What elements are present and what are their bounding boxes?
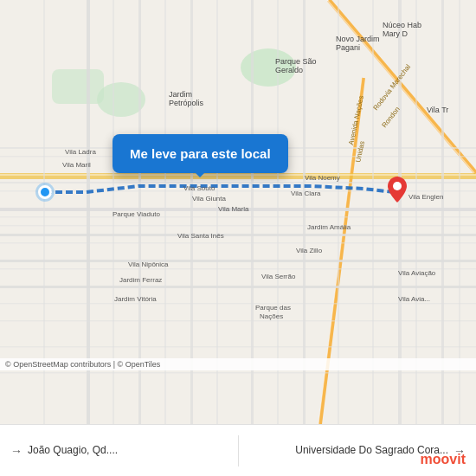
svg-rect-26 — [0, 225, 476, 227]
moovit-logo: moovit — [421, 452, 466, 467]
svg-text:Jardim: Jardim — [169, 90, 192, 99]
svg-text:Jardim Vitória: Jardim Vitória — [114, 295, 157, 303]
svg-rect-13 — [0, 286, 476, 288]
svg-text:Núceo Hab: Núceo Hab — [383, 21, 421, 29]
current-location-dot — [38, 185, 52, 199]
svg-rect-27 — [0, 242, 476, 244]
svg-text:Vila Marla: Vila Marla — [218, 205, 249, 213]
svg-rect-11 — [0, 234, 476, 236]
svg-text:Parque Viaduto: Parque Viaduto — [113, 210, 161, 218]
origin-item[interactable]: → João Quagio, Qd.... — [10, 444, 238, 458]
svg-text:Geraldo: Geraldo — [275, 66, 303, 74]
svg-text:Vila Souto: Vila Souto — [183, 184, 215, 192]
svg-rect-12 — [0, 260, 476, 262]
svg-rect-32 — [0, 372, 476, 374]
svg-rect-29 — [0, 303, 476, 305]
svg-text:Vila Giunta: Vila Giunta — [192, 195, 227, 203]
popup-text: Me leve para este local — [130, 146, 271, 161]
svg-text:Vila Santa Inês: Vila Santa Inês — [177, 232, 224, 240]
svg-text:Vila Tr: Vila Tr — [427, 106, 448, 114]
svg-text:Vila Aviação: Vila Aviação — [398, 269, 436, 277]
svg-text:Vila Englen: Vila Englen — [408, 193, 443, 201]
origin-arrow-icon: → — [10, 444, 23, 458]
svg-text:Parque das: Parque das — [255, 304, 291, 312]
navigation-popup[interactable]: Me leve para este local — [113, 134, 288, 173]
moovit-brand-text: moovit — [421, 452, 466, 467]
svg-text:Vila Noemy: Vila Noemy — [305, 174, 340, 182]
map-container: Núceo Hab Mary D Novo Jardim Pagani Parq… — [0, 0, 476, 424]
svg-text:Petrópolis: Petrópolis — [169, 99, 204, 107]
svg-point-2 — [97, 82, 145, 117]
origin-label: João Quagio, Qd.... — [28, 444, 118, 456]
svg-text:Mary D: Mary D — [383, 29, 408, 38]
svg-rect-30 — [0, 320, 476, 322]
svg-text:Vila Ladra: Vila Ladra — [65, 148, 96, 156]
svg-text:Jardim Amália: Jardim Amália — [307, 223, 351, 231]
svg-text:Vila Serrão: Vila Serrão — [261, 273, 296, 280]
svg-text:Vila Maril: Vila Maril — [62, 161, 91, 169]
svg-text:Jardim Ferraz: Jardim Ferraz — [119, 276, 162, 284]
svg-text:Novo Jardim: Novo Jardim — [336, 35, 380, 43]
svg-text:Parque São: Parque São — [275, 57, 317, 66]
svg-text:Nações: Nações — [260, 312, 283, 320]
svg-rect-25 — [0, 216, 476, 218]
svg-point-76 — [393, 182, 402, 190]
map-attribution: © OpenStreetMap contributors | © OpenTil… — [0, 358, 476, 370]
svg-text:Vila Clara: Vila Clara — [291, 190, 321, 197]
svg-rect-3 — [52, 69, 104, 104]
svg-text:Vila Avia...: Vila Avia... — [398, 295, 430, 303]
svg-rect-31 — [0, 346, 476, 348]
svg-text:Pagani: Pagani — [336, 43, 360, 52]
svg-text:Vila Nipônica: Vila Nipônica — [128, 261, 169, 268]
svg-text:Vila Zillo: Vila Zillo — [296, 247, 323, 254]
destination-marker — [388, 177, 407, 203]
bottom-bar: → João Quagio, Qd.... Universidade Do Sa… — [0, 424, 476, 476]
